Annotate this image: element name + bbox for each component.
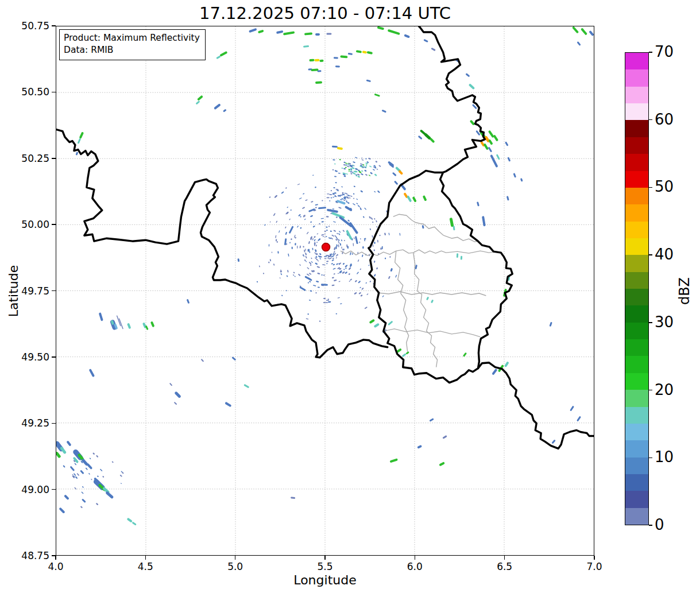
x-tick-label: 7.0 xyxy=(582,561,607,572)
colorbar-tick-label: 20 xyxy=(655,381,674,398)
echo-streak xyxy=(291,497,295,499)
echo-streak xyxy=(482,216,486,226)
y-tick-label: 48.75 xyxy=(14,550,49,561)
echo-streak xyxy=(314,59,319,61)
echo-streak xyxy=(377,26,385,30)
echo-streak xyxy=(442,435,447,439)
echo-streak xyxy=(457,253,459,258)
y-tick-label: 50.50 xyxy=(14,86,49,98)
echo-streak xyxy=(303,45,309,48)
x-tick-label: 6.5 xyxy=(492,561,517,572)
echo-streak xyxy=(349,222,358,234)
echo-streak xyxy=(169,383,172,386)
echo-streak xyxy=(223,109,227,113)
echo-streak xyxy=(86,463,92,470)
colorbar-tick-label: 0 xyxy=(655,516,664,533)
echo-streak xyxy=(299,286,306,291)
colorbar-segment xyxy=(625,222,648,238)
colorbar-tick-label: 50 xyxy=(655,178,674,195)
x-tick-label: 4.5 xyxy=(133,561,158,572)
echo-streak xyxy=(423,195,427,201)
x-tick-mark xyxy=(324,556,326,560)
echo-streak xyxy=(450,218,454,227)
y-tick-mark xyxy=(52,25,56,26)
y-tick-label: 50.25 xyxy=(14,153,49,164)
echo-streak xyxy=(132,522,137,526)
national-border xyxy=(419,26,485,172)
echo-streak xyxy=(366,79,371,82)
echo-streak xyxy=(492,369,497,375)
echo-streak xyxy=(392,172,397,177)
echo-streak xyxy=(431,48,435,51)
echo-streak xyxy=(402,353,407,357)
echo-streak xyxy=(426,297,429,301)
regional-border xyxy=(377,292,486,296)
colorbar-tick-mark xyxy=(649,254,652,255)
echo-streak xyxy=(505,141,509,146)
echo-streak xyxy=(99,312,103,321)
x-tick-mark xyxy=(235,556,236,560)
echo-streak xyxy=(589,30,594,36)
radar-site-marker xyxy=(322,243,330,251)
colorbar-segment xyxy=(625,69,648,86)
echo-streak xyxy=(75,152,78,156)
echo-streak xyxy=(331,212,345,219)
echo-streak xyxy=(356,50,362,53)
colorbar-segment xyxy=(625,305,648,322)
echo-streak xyxy=(319,60,323,62)
colorbar-segment xyxy=(625,137,648,154)
colorbar-segment xyxy=(625,238,648,255)
echo-streak xyxy=(506,196,509,200)
echo-streak xyxy=(105,491,114,499)
echo-streak xyxy=(461,256,463,260)
colorbar-segment xyxy=(625,188,648,204)
echo-streak xyxy=(439,462,445,466)
echo-streak xyxy=(382,110,387,113)
y-tick-label: 49.25 xyxy=(14,417,49,429)
echo-streak xyxy=(79,131,84,139)
echo-streak xyxy=(321,284,328,285)
x-tick-mark xyxy=(504,556,505,560)
echo-streak xyxy=(174,391,181,398)
colorbar-segment xyxy=(625,458,648,474)
echo-streak xyxy=(219,51,227,57)
x-tick-mark xyxy=(145,556,146,560)
national-border xyxy=(56,130,388,358)
echo-streak xyxy=(346,230,353,240)
echo-streak xyxy=(581,28,587,35)
colorbar-segment xyxy=(625,154,648,170)
figure-title: 17.12.2025 07:10 - 07:14 UTC xyxy=(56,3,594,23)
legend-product-line: Product: Maximum Reflectivity xyxy=(64,32,200,44)
colorbar-tick-mark xyxy=(649,458,652,459)
echo-streak xyxy=(337,147,343,150)
echo-streak xyxy=(339,216,353,227)
colorbar-tick-mark xyxy=(649,525,652,526)
y-tick-mark xyxy=(52,356,56,358)
colorbar-tick-label: 30 xyxy=(655,313,674,331)
echo-streak xyxy=(577,41,581,46)
echo-streak xyxy=(388,321,393,326)
echo-streak xyxy=(197,95,203,101)
echo-streak xyxy=(422,225,424,228)
echo-streak xyxy=(89,369,95,377)
echo-streak xyxy=(374,94,380,97)
y-tick-label: 49.00 xyxy=(14,484,49,495)
echo-streak xyxy=(214,103,221,110)
x-tick-label: 4.0 xyxy=(43,561,68,572)
colorbar-segment xyxy=(625,53,648,69)
echo-streak xyxy=(369,319,376,324)
echo-streak xyxy=(249,28,257,33)
y-tick-label: 49.50 xyxy=(14,351,49,363)
colorbar-segment xyxy=(625,407,648,424)
echo-streak xyxy=(362,51,368,53)
echo-streak xyxy=(496,154,500,160)
echo-streak xyxy=(283,31,295,35)
y-tick-mark xyxy=(52,290,56,292)
echo-streak xyxy=(59,507,65,514)
echo-streak xyxy=(493,134,498,141)
echo-streak xyxy=(417,445,422,449)
echo-streak xyxy=(335,65,340,68)
echo-streak xyxy=(504,361,509,367)
echo-streak xyxy=(304,32,312,35)
colorbar-segment xyxy=(625,323,648,339)
